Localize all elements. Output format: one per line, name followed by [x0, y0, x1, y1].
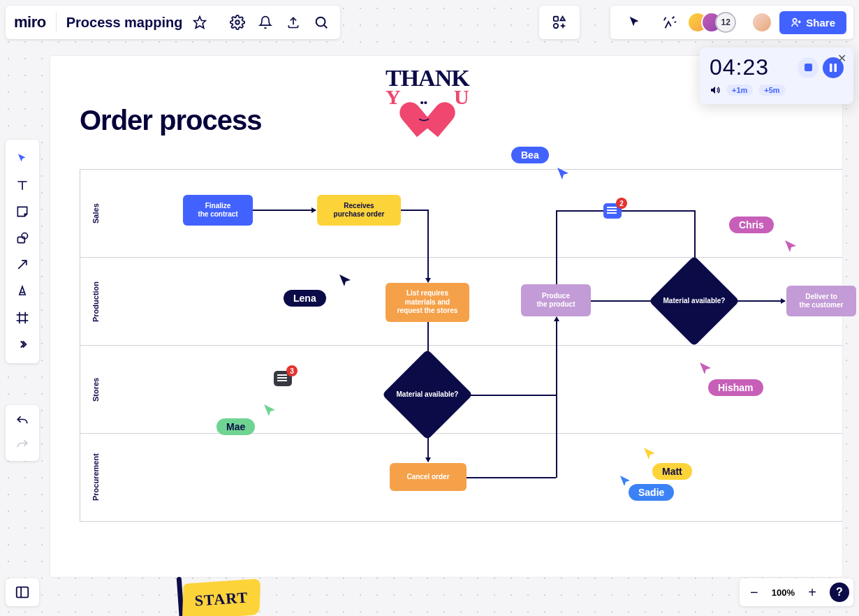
- pen-tool[interactable]: [9, 278, 36, 305]
- comment-icon[interactable]: 3: [274, 371, 292, 386]
- swimlanes: Sales Production Stores Procurement Fina…: [80, 169, 842, 522]
- cursor-label-bea: Bea: [511, 147, 549, 163]
- node-receives[interactable]: Receivespurchase order: [317, 195, 401, 226]
- share-button[interactable]: Share: [779, 11, 846, 34]
- miro-logo: miro: [14, 13, 46, 31]
- undo-button[interactable]: [9, 409, 36, 433]
- zoom-percent[interactable]: 100%: [768, 587, 799, 598]
- cursor-pointer-icon: [619, 474, 631, 487]
- svg-rect-12: [805, 64, 812, 71]
- select-tool[interactable]: [9, 145, 36, 172]
- arrow-tool[interactable]: [9, 251, 36, 278]
- connector: [556, 317, 557, 478]
- cursor-pointer-icon: [698, 361, 712, 375]
- text-tool[interactable]: [9, 172, 36, 198]
- sound-icon[interactable]: [710, 85, 721, 96]
- node-list-req[interactable]: List requiresmaterials andrequest the st…: [386, 283, 469, 322]
- share-label: Share: [806, 17, 835, 29]
- header-icons: [220, 12, 332, 33]
- close-icon[interactable]: ✕: [837, 52, 846, 65]
- shape-tool[interactable]: [9, 225, 36, 251]
- comment-count-badge: 2: [616, 198, 627, 209]
- connector: [427, 322, 429, 361]
- bell-icon[interactable]: [255, 12, 276, 33]
- zoom-in-button[interactable]: +: [802, 582, 823, 603]
- cursor-pointer-icon: [338, 273, 353, 288]
- start-sticker[interactable]: START: [183, 581, 260, 616]
- svg-line-4: [325, 25, 328, 28]
- help-button[interactable]: ?: [830, 582, 849, 602]
- frame-tool[interactable]: [9, 305, 36, 331]
- star-icon[interactable]: [189, 12, 210, 33]
- sticky-tool[interactable]: [9, 198, 36, 225]
- lane-label: Sales: [80, 170, 110, 257]
- cursor-label-lena: Lena: [284, 290, 326, 307]
- node-material-available-1[interactable]: Material available?: [382, 349, 473, 440]
- svg-rect-23: [17, 587, 29, 598]
- svg-rect-15: [17, 237, 24, 242]
- svg-rect-5: [554, 17, 558, 21]
- settings-icon[interactable]: [227, 12, 248, 33]
- comment-icon[interactable]: 2: [603, 203, 622, 219]
- svg-rect-14: [835, 64, 837, 72]
- connector: [461, 395, 556, 396]
- svg-point-9: [793, 19, 797, 22]
- sticker-text: THANK: [386, 68, 469, 87]
- connector: [556, 210, 694, 212]
- cursor-label-matt: Matt: [652, 463, 692, 480]
- connector: [401, 210, 427, 211]
- svg-marker-0: [194, 17, 206, 29]
- connector: [253, 210, 316, 211]
- avatar-stack[interactable]: 12: [687, 12, 736, 33]
- node-material-available-2[interactable]: Material available?: [649, 256, 740, 346]
- lane-label: Production: [80, 258, 110, 345]
- header-bar: miro Process mapping: [6, 6, 340, 39]
- node-cancel[interactable]: Cancel order: [390, 463, 467, 491]
- svg-point-6: [554, 24, 558, 28]
- svg-line-17: [18, 261, 27, 269]
- heart-icon: ••‿: [410, 90, 445, 121]
- connector: [427, 210, 429, 282]
- export-icon[interactable]: [283, 12, 304, 33]
- svg-rect-13: [830, 64, 832, 72]
- cursor-label-chris: Chris: [729, 217, 774, 233]
- panel-toggle-icon[interactable]: [6, 578, 39, 606]
- svg-point-3: [316, 17, 325, 27]
- sticker-text: U: [454, 85, 469, 109]
- add-1m-button[interactable]: +1m: [726, 85, 753, 96]
- node-deliver[interactable]: Deliver tothe customer: [786, 286, 856, 316]
- connector: [591, 300, 661, 302]
- apps-button[interactable]: [539, 6, 580, 39]
- search-icon[interactable]: [311, 12, 332, 33]
- more-tools-icon[interactable]: [9, 331, 36, 358]
- undo-redo-bar: [6, 405, 39, 461]
- toolbar: [6, 140, 39, 363]
- redo-button[interactable]: [9, 433, 36, 457]
- cursor-pointer-icon: [263, 403, 277, 417]
- board-name[interactable]: Process mapping: [66, 15, 183, 31]
- reactions-icon[interactable]: [659, 12, 680, 33]
- connector: [694, 210, 696, 267]
- comment-count-badge: 3: [286, 365, 298, 376]
- canvas[interactable]: Order process THANK Y ••‿ U Sales Produc…: [50, 56, 842, 577]
- connector: [728, 300, 785, 302]
- cursor-pointer-icon: [556, 166, 571, 182]
- sticker-text: Y: [386, 85, 401, 109]
- connector: [467, 477, 556, 478]
- node-produce[interactable]: Producethe product: [521, 284, 591, 316]
- timer-digits: 04:23: [710, 54, 769, 80]
- flag-body: START: [182, 578, 260, 616]
- connector: [427, 428, 429, 462]
- add-5m-button[interactable]: +5m: [758, 85, 785, 96]
- avatar-count[interactable]: 12: [715, 12, 736, 33]
- cursor-mode-icon[interactable]: [624, 12, 645, 33]
- connector: [556, 210, 557, 284]
- avatar-self[interactable]: [751, 12, 772, 33]
- node-finalize[interactable]: Finalizethe contract: [183, 195, 253, 226]
- cursor-pointer-icon: [784, 239, 798, 253]
- timer-stop-button[interactable]: [798, 57, 818, 78]
- thank-you-sticker[interactable]: THANK Y ••‿ U: [386, 68, 469, 121]
- diagram-title: Order process: [80, 105, 261, 136]
- divider: [56, 13, 57, 32]
- zoom-out-button[interactable]: −: [744, 582, 765, 603]
